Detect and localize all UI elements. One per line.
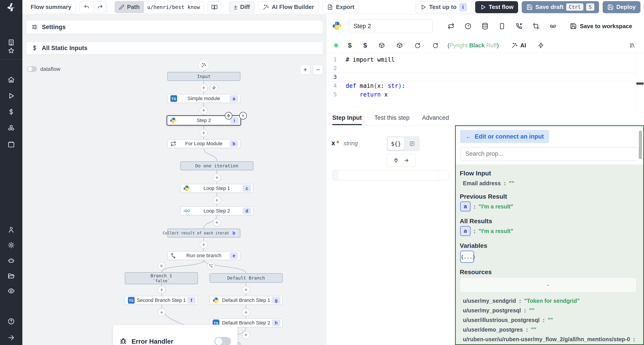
edit-or-connect-button[interactable]: ← Edit or connect an input (460, 130, 549, 143)
resources-cubes-icon[interactable] (8, 125, 15, 132)
diff-button[interactable]: ± Diff (229, 1, 254, 13)
windmill-logo-icon[interactable] (6, 2, 16, 12)
panel-scrollbar[interactable] (639, 130, 642, 159)
remove-branch-button[interactable] (158, 262, 166, 270)
library-icon[interactable] (629, 42, 636, 48)
schedules-calendar-icon[interactable] (8, 141, 15, 148)
result-key-badge[interactable]: a (460, 226, 470, 236)
rotate-icon[interactable] (414, 42, 420, 48)
package-icon[interactable] (378, 42, 385, 48)
error-handler-toggle[interactable] (214, 337, 231, 345)
trigger-zap-button[interactable] (210, 84, 218, 92)
resource-row[interactable]: u/user/my_sendgrid : "Token for sendgrid… (463, 298, 580, 304)
result-key-badge[interactable]: a (460, 202, 470, 211)
resource-row[interactable]: u/user/my_postgresql : "" (463, 307, 534, 314)
add-step-button[interactable] (200, 241, 208, 249)
flow-settings-row[interactable]: Settings (26, 20, 323, 34)
tab-test-this-step[interactable]: Test this step (374, 114, 410, 125)
export-button[interactable]: Export (322, 1, 359, 13)
resource-row[interactable]: u/user/demo_postgres : "" (463, 327, 536, 333)
ai-robot-icon[interactable] (8, 257, 15, 264)
add-step-button[interactable] (158, 286, 166, 294)
tab-advanced[interactable]: Advanced (422, 114, 449, 125)
wand-icon[interactable] (512, 42, 518, 48)
resource-row[interactable]: u/user/illustrious_postgresql : "" (463, 317, 553, 323)
add-step-button[interactable] (200, 129, 208, 137)
gauge-icon[interactable] (464, 22, 472, 30)
rotate-icon[interactable] (432, 42, 438, 48)
node-for-loop[interactable]: For Loop Module b (167, 139, 240, 148)
search-prop-input[interactable] (460, 147, 639, 160)
database-icon[interactable] (482, 22, 488, 30)
save-draft-button[interactable]: Save draft Ctrl S (522, 1, 599, 13)
node-do-one-iteration[interactable]: Do one iteration (180, 161, 253, 170)
variables-expand-button[interactable]: {...} (460, 251, 474, 263)
runs-play-icon[interactable] (8, 92, 15, 99)
connect-input-button[interactable] (386, 154, 416, 167)
package-icon[interactable] (396, 42, 403, 48)
docs-book-button[interactable] (208, 1, 222, 13)
add-step-button[interactable] (242, 286, 250, 294)
node-input[interactable]: Input (167, 72, 240, 81)
add-step-button[interactable] (213, 196, 221, 204)
ai-label[interactable]: AI (520, 42, 526, 49)
node-default-branch[interactable]: Default Branch (210, 273, 283, 283)
save-to-workspace-button[interactable]: Save to workspace (570, 23, 632, 30)
node-loop-step-2[interactable]: -GO Loop Step 2 d (180, 206, 253, 215)
zoom-out-button[interactable]: − (313, 65, 323, 75)
folders-icon[interactable] (8, 272, 15, 280)
node-default-branch-step-1[interactable]: Default Branch Step 1 g (210, 296, 283, 305)
add-step-button[interactable] (213, 174, 221, 182)
node-second-branch-step-1[interactable]: TS Second Branch Step 1 f (125, 296, 198, 305)
prop-row[interactable]: a : "I'm a result" (460, 226, 513, 236)
deploy-button[interactable]: Deploy (603, 1, 640, 13)
all-static-inputs-row[interactable]: All Static Inputs (26, 41, 323, 54)
move-step-button[interactable] (225, 112, 232, 120)
dollar-icon[interactable]: $ (348, 41, 352, 49)
settings-gear-icon[interactable] (8, 242, 15, 249)
editor-scrollbar[interactable] (636, 53, 644, 113)
add-step-button[interactable] (213, 219, 221, 227)
add-step-button[interactable] (242, 331, 250, 339)
zap-icon[interactable] (538, 42, 544, 48)
add-step-button[interactable] (242, 308, 250, 317)
arg-value-input[interactable] (332, 170, 448, 180)
variables-dollar-icon[interactable] (8, 108, 15, 115)
prop-row[interactable]: a : "I'm a result" (460, 202, 513, 211)
favorites-star-icon[interactable] (8, 47, 15, 54)
dollar-icon[interactable]: $ (363, 41, 367, 49)
path-input[interactable] (144, 1, 204, 13)
delete-step-button[interactable] (239, 112, 247, 120)
node-loop-step-1[interactable]: Loop Step 1 c (180, 184, 253, 193)
audit-eye-icon[interactable] (8, 287, 15, 295)
function-mode-button[interactable] (406, 137, 418, 150)
voicemail-icon[interactable] (550, 22, 556, 30)
phone-incoming-icon[interactable] (516, 22, 522, 30)
prop-row[interactable]: Email address : "" (463, 180, 514, 187)
node-branch-1[interactable]: Branch 1 `false` (125, 272, 198, 284)
zoom-in-button[interactable]: + (300, 65, 310, 75)
add-step-button[interactable] (200, 84, 208, 92)
expression-mode-button[interactable]: ${} (388, 137, 404, 150)
help-icon[interactable] (8, 318, 15, 325)
redo-button[interactable] (93, 1, 107, 13)
code-editor[interactable]: 1 # import wmill 2 3 4 def main(x: str):… (326, 53, 644, 113)
add-step-button[interactable] (200, 106, 208, 114)
undo-button[interactable] (80, 1, 93, 13)
workspace-icon[interactable] (8, 39, 15, 46)
ai-flow-builder-button[interactable]: AI Flow Builder (258, 1, 319, 13)
home-icon[interactable] (8, 76, 15, 83)
expand-sidebar-arrow-icon[interactable] (8, 334, 15, 341)
node-collect-result[interactable]: Collect result of each iteration b (167, 229, 240, 238)
node-run-one-branch[interactable]: Run one branch e (167, 251, 240, 260)
ai-graph-wand-button[interactable] (198, 60, 209, 71)
dataflow-toggle[interactable] (27, 66, 37, 72)
window-icon[interactable] (498, 22, 506, 30)
add-step-button[interactable] (158, 308, 166, 317)
frame-icon[interactable] (532, 22, 540, 30)
swap-icon[interactable] (448, 22, 454, 30)
test-flow-button[interactable]: Test flow (475, 1, 518, 13)
step-name-input[interactable] (349, 19, 433, 33)
tab-step-input[interactable]: Step Input (332, 114, 362, 125)
node-simple-module[interactable]: TS Simple module a (167, 94, 240, 103)
